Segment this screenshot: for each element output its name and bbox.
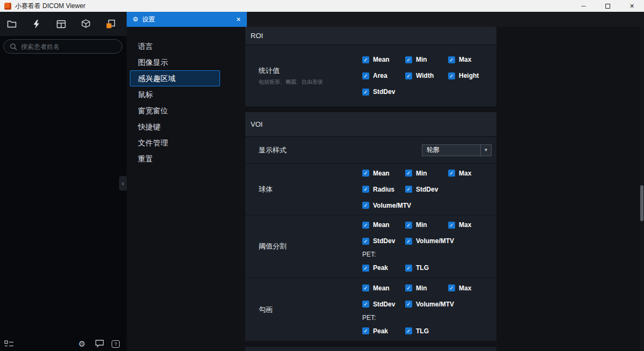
- checkbox-width[interactable]: ✓Width: [405, 72, 448, 79]
- checkbox-volume-mtv[interactable]: ✓Volume/MTV: [405, 237, 454, 245]
- list-icon: [4, 340, 14, 348]
- checkbox-mean[interactable]: ✓Mean: [362, 221, 405, 229]
- checkbox-label: TLG: [416, 264, 429, 272]
- close-tab-icon[interactable]: ✕: [236, 16, 241, 23]
- checkbox-mean[interactable]: ✓Mean: [362, 284, 405, 292]
- scrollbar-thumb[interactable]: [640, 185, 643, 221]
- contour-row: 勾画 ✓Mean ✓Min ✓Max ✓StdDev ✓Volume/MTV P…: [245, 277, 496, 341]
- search-input[interactable]: [21, 43, 116, 50]
- checkbox-mean[interactable]: ✓Mean: [362, 56, 405, 63]
- search-icon: [10, 43, 17, 50]
- patient-list-panel: ⚙ ?: [0, 36, 127, 351]
- checkbox-tlg[interactable]: ✓TLG: [405, 327, 429, 335]
- checkbox-height[interactable]: ✓Height: [448, 72, 479, 79]
- checkbox-min[interactable]: ✓Min: [405, 221, 448, 229]
- checkbox-area[interactable]: ✓Area: [362, 72, 405, 79]
- checkbox-checked-icon: ✓: [405, 327, 412, 334]
- quick-tools-button[interactable]: [31, 18, 42, 30]
- minimize-button[interactable]: ─: [572, 0, 596, 12]
- checkbox-checked-icon: ✓: [362, 327, 369, 334]
- checkbox-max[interactable]: ✓Max: [448, 221, 471, 229]
- layout-icon: [56, 19, 67, 30]
- settings-button[interactable]: ⚙: [78, 340, 85, 348]
- menu-item-roi[interactable]: 感兴趣区域: [130, 70, 220, 86]
- checkbox-stddev[interactable]: ✓StdDev: [362, 301, 405, 308]
- series-list-button[interactable]: [4, 340, 14, 348]
- cube-icon: [80, 19, 91, 30]
- display-style-row: 显示样式 轮廓 ▼: [245, 137, 496, 163]
- checkbox-label: Min: [416, 170, 427, 177]
- checkbox-checked-icon: ✓: [405, 170, 412, 177]
- feedback-button[interactable]: [95, 339, 104, 348]
- checkbox-min[interactable]: ✓Min: [405, 56, 448, 63]
- roi-section: ROI 统计值 包括矩形、椭圆、自由形状 ✓Mean ✓Min ✓Max: [245, 27, 496, 106]
- tab-settings[interactable]: ⚙ 设置 ✕: [127, 12, 247, 27]
- collapse-sidebar-button[interactable]: ‹: [119, 176, 127, 191]
- checkbox-volume-mtv[interactable]: ✓Volume/MTV: [405, 301, 454, 308]
- close-button[interactable]: ✕: [620, 0, 644, 12]
- sphere-row: 球体 ✓Mean ✓Min ✓Max ✓Radius ✓StdDev ✓Volu: [245, 163, 496, 215]
- menu-item-mouse[interactable]: 鼠标: [130, 86, 220, 103]
- sidebar-bottom-bar: ⚙ ?: [0, 336, 127, 351]
- maximize-button[interactable]: [596, 0, 620, 12]
- stats-sublabel: 包括矩形、椭圆、自由形状: [259, 78, 362, 86]
- volume-3d-button[interactable]: [80, 18, 92, 30]
- checkbox-checked-icon: ✓: [362, 89, 369, 96]
- checkbox-label: Peak: [373, 327, 388, 335]
- checkbox-stddev[interactable]: ✓StdDev: [362, 237, 405, 245]
- checkbox-checked-icon: ✓: [362, 301, 369, 308]
- gear-icon: ⚙: [133, 16, 138, 23]
- contour-checkboxes: ✓Mean ✓Min ✓Max ✓StdDev ✓Volume/MTV PET:…: [362, 278, 496, 341]
- checkbox-mean[interactable]: ✓Mean: [362, 170, 405, 177]
- checkbox-checked-icon: ✓: [405, 284, 412, 291]
- display-style-dropdown[interactable]: 轮廓 ▼: [422, 144, 492, 156]
- menu-item-file-management[interactable]: 文件管理: [130, 135, 220, 151]
- checkbox-stddev[interactable]: ✓StdDev: [362, 88, 395, 96]
- roi-section-header: ROI: [245, 27, 496, 45]
- menu-item-language[interactable]: 语言: [130, 38, 220, 54]
- checkbox-max[interactable]: ✓Max: [448, 170, 471, 177]
- app-window: 小赛看看 DICOM Viewer ─ ✕: [0, 0, 644, 351]
- checkbox-label: StdDev: [373, 237, 395, 245]
- checkbox-label: Min: [416, 56, 427, 63]
- checkbox-checked-icon: ✓: [362, 202, 369, 209]
- threshold-label: 阈值分割: [245, 215, 362, 277]
- open-folder-button[interactable]: [6, 18, 18, 30]
- checkbox-min[interactable]: ✓Min: [405, 284, 448, 292]
- checkbox-checked-icon: ✓: [448, 72, 455, 79]
- checkbox-label: Mean: [373, 56, 390, 63]
- help-button[interactable]: ?: [112, 340, 120, 348]
- menu-item-shortcuts[interactable]: 快捷键: [130, 119, 220, 135]
- checkbox-label: Mean: [373, 170, 390, 177]
- menu-item-reset[interactable]: 重置: [130, 151, 220, 167]
- settings-content: ROI 统计值 包括矩形、椭圆、自由形状 ✓Mean ✓Min ✓Max: [245, 27, 496, 351]
- checkbox-label: Mean: [373, 221, 390, 229]
- checkbox-min[interactable]: ✓Min: [405, 170, 448, 177]
- window-title: 小赛看看 DICOM Viewer: [15, 2, 85, 11]
- checkbox-max[interactable]: ✓Max: [448, 56, 471, 63]
- export-button[interactable]: [105, 18, 116, 30]
- checkbox-max[interactable]: ✓Max: [448, 284, 471, 292]
- checkbox-label: StdDev: [416, 186, 438, 193]
- checkbox-label: Width: [416, 72, 434, 79]
- settings-menu: 语言 图像显示 感兴趣区域 鼠标 窗宽窗位 快捷键 文件管理 重置: [127, 27, 220, 351]
- checkbox-checked-icon: ✓: [405, 238, 412, 245]
- checkbox-peak[interactable]: ✓Peak: [362, 327, 405, 335]
- checkbox-checked-icon: ✓: [448, 284, 455, 291]
- checkbox-checked-icon: ✓: [405, 301, 412, 308]
- menu-item-image-display[interactable]: 图像显示: [130, 54, 220, 70]
- checkbox-label: StdDev: [373, 88, 395, 96]
- checkbox-stddev[interactable]: ✓StdDev: [405, 186, 438, 193]
- checkbox-volume-mtv[interactable]: ✓Volume/MTV: [362, 202, 411, 209]
- checkbox-peak[interactable]: ✓Peak: [362, 264, 405, 272]
- layout-button[interactable]: [55, 18, 67, 30]
- checkbox-radius[interactable]: ✓Radius: [362, 186, 405, 193]
- app-logo-icon: [4, 3, 11, 10]
- menu-item-window-level[interactable]: 窗宽窗位: [130, 103, 220, 119]
- checkbox-label: Max: [459, 221, 471, 229]
- pet-section-label: PET:: [362, 312, 496, 323]
- sphere-label: 球体: [245, 164, 362, 215]
- checkbox-tlg[interactable]: ✓TLG: [405, 264, 429, 272]
- sphere-checkboxes: ✓Mean ✓Min ✓Max ✓Radius ✓StdDev ✓Volume/…: [362, 164, 496, 215]
- display-style-label: 显示样式: [259, 145, 287, 155]
